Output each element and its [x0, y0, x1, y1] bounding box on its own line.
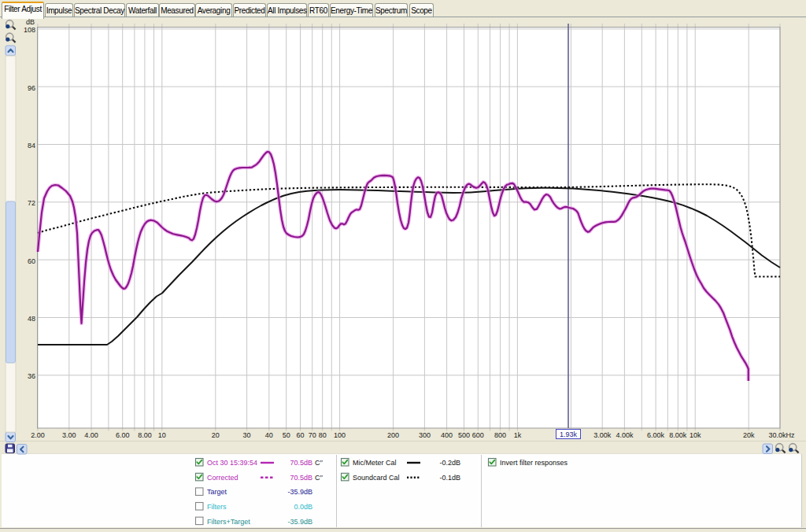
- svg-text:Soundcard Cal: Soundcard Cal: [353, 474, 400, 482]
- svg-text:60: 60: [28, 257, 35, 265]
- svg-text:40: 40: [265, 431, 273, 439]
- svg-text:400: 400: [441, 431, 453, 439]
- svg-text:4.00: 4.00: [84, 431, 98, 439]
- svg-text:300: 300: [419, 431, 431, 439]
- svg-text:8.00: 8.00: [138, 431, 152, 439]
- svg-text:4.00k: 4.00k: [616, 431, 634, 439]
- svg-text:Invert filter responses: Invert filter responses: [500, 459, 568, 467]
- svg-text:84: 84: [28, 142, 35, 150]
- svg-text:dB: dB: [26, 18, 35, 26]
- svg-text:Filters+Target: Filters+Target: [207, 518, 250, 526]
- svg-text:600: 600: [472, 431, 484, 439]
- svg-text:20k: 20k: [743, 431, 755, 439]
- svg-text:70.5dB: 70.5dB: [290, 474, 312, 482]
- svg-text:3.00k: 3.00k: [593, 431, 612, 439]
- svg-text:6.00k: 6.00k: [647, 431, 665, 439]
- svg-text:Mic/Meter Cal: Mic/Meter Cal: [353, 459, 397, 467]
- svg-text:20: 20: [212, 431, 220, 439]
- svg-text:-35.9dB: -35.9dB: [287, 488, 312, 496]
- svg-text:C′′: C′′: [315, 459, 323, 467]
- svg-text:36: 36: [28, 372, 35, 380]
- svg-text:30: 30: [243, 431, 251, 439]
- svg-text:0.0dB: 0.0dB: [294, 503, 312, 511]
- svg-text:70.5dB: 70.5dB: [290, 459, 312, 467]
- svg-text:1.93k: 1.93k: [560, 430, 578, 438]
- svg-text:800: 800: [494, 431, 506, 439]
- svg-text:-0.1dB: -0.1dB: [439, 474, 460, 482]
- svg-text:30.0kHz: 30.0kHz: [768, 431, 795, 439]
- svg-text:-0.2dB: -0.2dB: [439, 459, 460, 467]
- svg-text:-35.9dB: -35.9dB: [287, 518, 312, 526]
- svg-text:96: 96: [28, 84, 35, 92]
- svg-text:50: 50: [283, 431, 290, 439]
- svg-text:C′′: C′′: [315, 474, 323, 482]
- svg-text:2.00: 2.00: [31, 431, 45, 439]
- svg-text:Target: Target: [207, 488, 227, 496]
- svg-text:200: 200: [387, 431, 399, 439]
- svg-text:8.00k: 8.00k: [669, 431, 687, 439]
- svg-text:60: 60: [296, 431, 304, 439]
- svg-text:3.00: 3.00: [62, 431, 76, 439]
- svg-text:6.00: 6.00: [116, 431, 130, 439]
- svg-text:70: 70: [309, 431, 316, 439]
- svg-text:72: 72: [28, 199, 35, 207]
- svg-text:80: 80: [319, 431, 327, 439]
- svg-text:Corrected: Corrected: [207, 474, 238, 482]
- svg-text:Filters: Filters: [207, 503, 227, 511]
- svg-text:108: 108: [24, 26, 35, 34]
- svg-text:10k: 10k: [690, 431, 701, 439]
- svg-text:48: 48: [28, 315, 35, 323]
- svg-text:Oct 30 15:39:54: Oct 30 15:39:54: [207, 459, 257, 467]
- svg-text:10: 10: [158, 431, 166, 439]
- svg-text:500: 500: [458, 431, 470, 439]
- svg-text:1k: 1k: [514, 431, 522, 439]
- svg-text:100: 100: [334, 431, 346, 439]
